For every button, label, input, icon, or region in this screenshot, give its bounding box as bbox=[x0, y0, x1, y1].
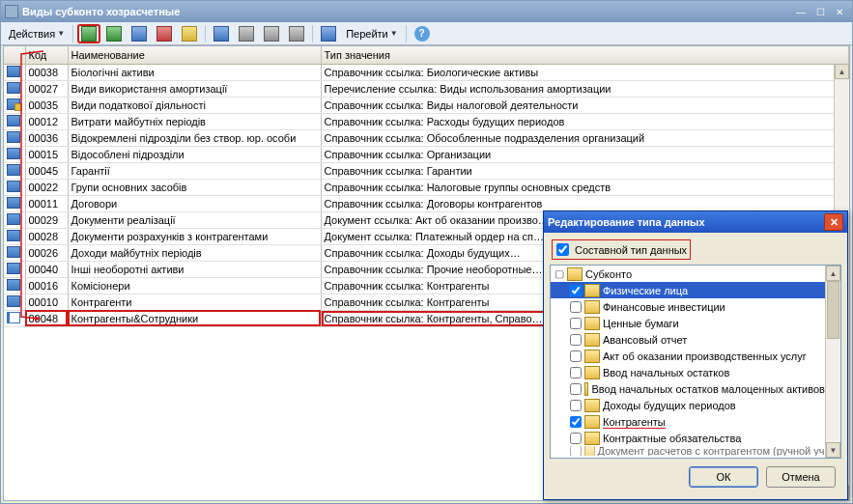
maximize-button[interactable]: ☐ bbox=[811, 4, 829, 19]
dialog-title: Редактирование типа данных bbox=[548, 216, 824, 228]
tree-item-label: Физические лица bbox=[603, 285, 688, 296]
catalog-icon bbox=[584, 300, 600, 314]
refresh-button[interactable] bbox=[317, 24, 340, 43]
copy-icon bbox=[106, 26, 122, 42]
actions-menu[interactable]: Действия ▼ bbox=[5, 24, 69, 43]
tree-item[interactable]: Финансовые инвестиции bbox=[551, 298, 840, 315]
tree-parent-item[interactable]: ▢ Субконто bbox=[551, 266, 840, 282]
tree-item-label: Субконто bbox=[585, 268, 632, 280]
tree-checkbox[interactable] bbox=[570, 416, 582, 428]
edit-button[interactable] bbox=[128, 24, 151, 43]
tree-checkbox[interactable] bbox=[570, 334, 582, 346]
main-title: Виды субконто хозрасчетные bbox=[22, 6, 790, 17]
tree-item-label: Контрактные обязательства bbox=[603, 433, 741, 444]
tree-item-label: Контрагенты bbox=[603, 416, 666, 428]
caret-down-icon: ▼ bbox=[390, 29, 398, 38]
tree-checkbox[interactable] bbox=[570, 350, 582, 362]
ok-button[interactable]: ОК bbox=[689, 466, 758, 488]
refresh-icon bbox=[321, 26, 336, 42]
tree-item[interactable]: Документ расчетов с контрагентом (ручной… bbox=[551, 446, 840, 456]
tree-item-label: Авансовый отчет bbox=[603, 334, 687, 346]
main-titlebar: Виды субконто хозрасчетные — ☐ ✕ bbox=[1, 1, 852, 22]
folder-icon bbox=[567, 267, 583, 281]
sort-icon bbox=[213, 26, 229, 42]
scroll-down-button[interactable]: ▼ bbox=[826, 442, 840, 458]
type-editor-dialog: Редактирование типа данных ✕ Составной т… bbox=[543, 210, 848, 500]
dialog-body: Составной тип данных ▢ Субконто Физическ… bbox=[544, 233, 847, 499]
tree-item[interactable]: Ввод начальных остатков bbox=[551, 364, 840, 380]
funnel-clear-icon bbox=[289, 26, 304, 42]
tree-item[interactable]: Ввод начальных остатков малоценных актив… bbox=[551, 380, 840, 397]
tree-item-label: Ввод начальных остатков малоценных актив… bbox=[591, 383, 839, 395]
composite-type-row: Составной тип данных bbox=[550, 238, 841, 261]
toolbar-separator bbox=[312, 25, 313, 42]
tree-item[interactable]: Доходы будущих периодов bbox=[551, 397, 840, 413]
tree-item-label: Акт об оказании производственных услуг bbox=[603, 350, 807, 362]
tree-item-label: Ввод начальных остатков bbox=[603, 367, 729, 378]
composite-label: Составной тип данных bbox=[575, 244, 687, 256]
scroll-up-button[interactable]: ▲ bbox=[826, 266, 840, 281]
delete-button[interactable] bbox=[153, 24, 176, 43]
catalog-icon bbox=[584, 350, 600, 363]
toolbar-separator bbox=[72, 25, 73, 42]
catalog-icon bbox=[584, 366, 600, 379]
catalog-icon bbox=[584, 333, 600, 347]
tree-item-label: Доходы будущих периодов bbox=[603, 400, 736, 411]
main-toolbar: Действия ▼ Перейти ▼ ? bbox=[1, 22, 852, 45]
filter2-button[interactable] bbox=[260, 24, 283, 43]
question-icon: ? bbox=[414, 26, 430, 42]
funnel-icon bbox=[264, 26, 279, 42]
tree-item-label: Документ расчетов с контрагентом (ручной… bbox=[598, 446, 839, 456]
catalog-icon bbox=[584, 284, 600, 297]
dialog-titlebar: Редактирование типа данных ✕ bbox=[544, 211, 847, 233]
catalog-icon bbox=[584, 432, 600, 445]
dialog-buttons: ОК Отмена bbox=[550, 459, 841, 493]
add-button[interactable] bbox=[77, 24, 100, 43]
catalog-icon bbox=[584, 415, 600, 429]
tree-item[interactable]: Акт об оказании производственных услуг bbox=[551, 348, 840, 364]
tree-item[interactable]: Физические лица bbox=[551, 282, 840, 298]
x-icon bbox=[156, 26, 172, 42]
pencil-icon bbox=[131, 26, 147, 42]
tree-checkbox[interactable] bbox=[570, 301, 582, 313]
tree-checkbox[interactable] bbox=[570, 285, 582, 296]
tree-item-label: Финансовые инвестиции bbox=[603, 301, 725, 313]
type-tree[interactable]: ▢ Субконто Физические лицаФинансовые инв… bbox=[550, 265, 841, 459]
plus-icon bbox=[81, 26, 97, 42]
catalog-icon bbox=[584, 446, 595, 456]
tree-item[interactable]: Контрагенты bbox=[551, 413, 840, 430]
tree-item[interactable]: Авансовый отчет bbox=[551, 331, 840, 348]
tree-item[interactable]: Ценные бумаги bbox=[551, 315, 840, 331]
composite-checkbox[interactable] bbox=[556, 243, 569, 256]
collapse-icon[interactable]: ▢ bbox=[554, 267, 564, 280]
catalog-icon bbox=[584, 317, 600, 330]
goto-menu[interactable]: Перейти ▼ bbox=[342, 24, 402, 43]
cancel-button[interactable]: Отмена bbox=[766, 466, 836, 488]
app-icon bbox=[5, 5, 18, 18]
tree-checkbox[interactable] bbox=[570, 383, 582, 395]
scroll-thumb[interactable] bbox=[827, 281, 839, 339]
tree-scrollbar[interactable]: ▲ ▼ bbox=[825, 266, 840, 458]
tree-checkbox[interactable] bbox=[570, 400, 582, 411]
tree-checkbox[interactable] bbox=[570, 446, 582, 456]
clear-filter-button[interactable] bbox=[285, 24, 308, 43]
dialog-close-button[interactable]: ✕ bbox=[824, 213, 843, 231]
catalog-icon bbox=[584, 382, 588, 396]
help-button[interactable]: ? bbox=[411, 24, 434, 43]
mark-button[interactable] bbox=[178, 24, 201, 43]
toolbar-separator bbox=[406, 25, 407, 42]
catalog-icon bbox=[584, 399, 600, 412]
copy-button[interactable] bbox=[102, 24, 126, 43]
toolbar-separator bbox=[205, 25, 206, 42]
minimize-button[interactable]: — bbox=[792, 4, 810, 19]
tree-checkbox[interactable] bbox=[570, 318, 582, 329]
mark-icon bbox=[182, 26, 197, 42]
caret-down-icon: ▼ bbox=[57, 29, 65, 38]
tree-item[interactable]: Контрактные обязательства bbox=[551, 430, 840, 446]
sort-button[interactable] bbox=[210, 24, 233, 43]
tree-item-label: Ценные бумаги bbox=[603, 318, 679, 329]
filter-button[interactable] bbox=[235, 24, 258, 43]
tree-checkbox[interactable] bbox=[570, 367, 582, 378]
tree-checkbox[interactable] bbox=[570, 433, 582, 444]
close-button[interactable]: ✕ bbox=[831, 4, 848, 19]
